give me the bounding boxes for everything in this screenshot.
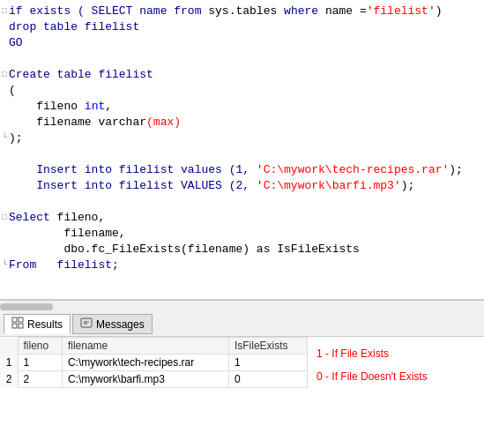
row-number: 2 bbox=[0, 371, 18, 388]
code-content: drop table filelist bbox=[9, 19, 484, 35]
line-indicator: └ bbox=[0, 258, 9, 273]
table-row: 11C:\mywork\tech-recipes.rar1 bbox=[0, 355, 308, 371]
row-num-header bbox=[0, 338, 18, 355]
code-line: Insert into filelist values (1, 'C:\mywo… bbox=[0, 162, 484, 178]
line-indicator: □ bbox=[0, 210, 9, 226]
code-content: filename, bbox=[9, 226, 484, 242]
code-line: filename varchar(max) bbox=[0, 115, 484, 131]
svg-rect-3 bbox=[19, 324, 23, 328]
code-content: Create table filelist bbox=[9, 67, 484, 83]
results-tab-bar: ResultsMessages bbox=[0, 312, 484, 337]
tab-label: Messages bbox=[96, 318, 145, 331]
code-line: dbo.fc_FileExists(filename) as IsFileExi… bbox=[0, 242, 484, 258]
grid-icon bbox=[11, 317, 24, 332]
cell-isfileexists: 1 bbox=[228, 355, 307, 371]
results-table: filenofilenameIsFileExists 11C:\mywork\t… bbox=[0, 337, 308, 388]
code-content: filename varchar(max) bbox=[9, 115, 484, 131]
column-header-filename: filename bbox=[62, 338, 228, 355]
cell-filename: C:\mywork\barfi.mp3 bbox=[62, 371, 228, 388]
cell-fileno: 2 bbox=[18, 371, 62, 388]
code-line: ( bbox=[0, 83, 484, 99]
svg-rect-1 bbox=[19, 317, 23, 322]
code-content: Insert into filelist VALUES (2, 'C:\mywo… bbox=[9, 178, 484, 194]
message-icon bbox=[80, 317, 93, 332]
line-indicator: └ bbox=[0, 131, 9, 146]
code-line: └); bbox=[0, 131, 484, 146]
code-content: From filelist; bbox=[9, 258, 484, 273]
code-line: GO bbox=[0, 35, 484, 51]
annotation-panel: 1 - If File Exists0 - If File Doesn't Ex… bbox=[308, 337, 484, 393]
code-content: GO bbox=[9, 35, 484, 51]
tab-messages[interactable]: Messages bbox=[72, 314, 153, 334]
code-content: Insert into filelist values (1, 'C:\mywo… bbox=[9, 162, 484, 178]
code-line: └From filelist; bbox=[0, 258, 484, 273]
tab-label: Results bbox=[27, 318, 63, 331]
code-content: ( bbox=[9, 83, 484, 99]
code-line bbox=[0, 146, 484, 162]
code-line: Insert into filelist VALUES (2, 'C:\mywo… bbox=[0, 178, 484, 194]
code-content: ); bbox=[9, 131, 484, 146]
cell-fileno: 1 bbox=[18, 355, 62, 371]
code-line: □if exists ( SELECT name from sys.tables… bbox=[0, 4, 484, 19]
code-line: □Create table filelist bbox=[0, 67, 484, 83]
code-line: fileno int, bbox=[0, 99, 484, 115]
code-line: drop table filelist bbox=[0, 19, 484, 35]
code-content: dbo.fc_FileExists(filename) as IsFileExi… bbox=[9, 242, 484, 258]
table-body: 11C:\mywork\tech-recipes.rar122C:\mywork… bbox=[0, 355, 308, 388]
code-line: filename, bbox=[0, 226, 484, 242]
code-line bbox=[0, 51, 484, 67]
cell-isfileexists: 0 bbox=[228, 371, 307, 388]
code-content: fileno int, bbox=[9, 99, 484, 115]
annotation-1: 0 - If File Doesn't Exists bbox=[316, 365, 475, 388]
column-header-isfileexists: IsFileExists bbox=[228, 338, 307, 355]
table-row: 22C:\mywork\barfi.mp30 bbox=[0, 371, 308, 388]
tab-results[interactable]: Results bbox=[4, 314, 71, 334]
svg-rect-2 bbox=[12, 324, 17, 328]
column-header-fileno: fileno bbox=[18, 338, 62, 355]
annotation-0: 1 - If File Exists bbox=[316, 342, 475, 365]
code-content: Select fileno, bbox=[9, 210, 484, 226]
code-line: □Select fileno, bbox=[0, 210, 484, 226]
code-editor[interactable]: □if exists ( SELECT name from sys.tables… bbox=[0, 0, 484, 300]
table-header: filenofilenameIsFileExists bbox=[0, 338, 308, 355]
code-content: if exists ( SELECT name from sys.tables … bbox=[9, 4, 484, 19]
row-number: 1 bbox=[0, 355, 18, 371]
code-line bbox=[0, 194, 484, 210]
results-panel: filenofilenameIsFileExists 11C:\mywork\t… bbox=[0, 337, 484, 393]
line-indicator: □ bbox=[0, 67, 9, 83]
line-indicator: □ bbox=[0, 4, 9, 19]
cell-filename: C:\mywork\tech-recipes.rar bbox=[62, 355, 228, 371]
svg-rect-4 bbox=[81, 318, 92, 327]
horizontal-scrollbar[interactable] bbox=[0, 300, 484, 312]
svg-rect-0 bbox=[12, 317, 17, 322]
